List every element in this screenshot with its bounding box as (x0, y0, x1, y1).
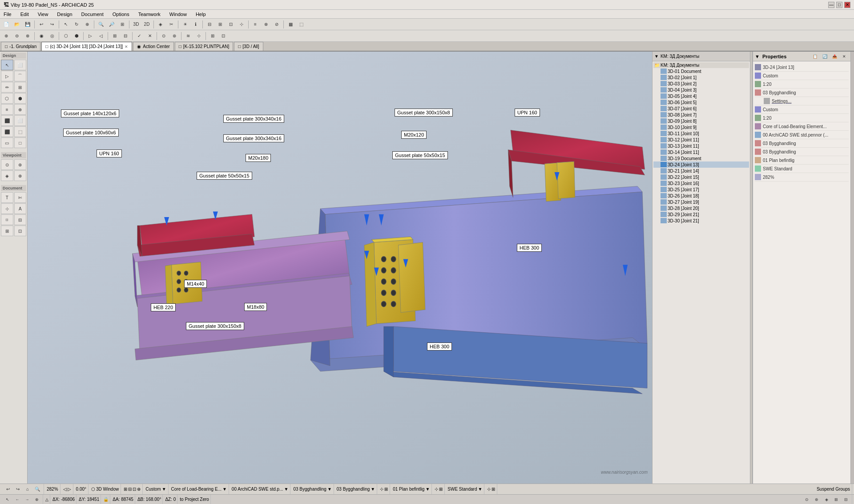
swe-dropdown[interactable]: ▼ (478, 487, 482, 492)
fit-button[interactable]: ⊞ (117, 20, 127, 29)
tb2-btn-17[interactable]: ⊹ (194, 31, 204, 41)
tab-grundplan[interactable]: □ -1. Grundplan (1, 42, 40, 51)
lt-beam-tool[interactable]: ⬚ (14, 126, 27, 137)
status-search-button[interactable]: 🔍 (33, 485, 41, 493)
lt-walk-tool[interactable]: ◈ (1, 170, 13, 181)
zoom-in-button[interactable]: 🔍 (96, 20, 106, 29)
tb-btn-4[interactable]: ⊹ (237, 20, 246, 29)
tb2-btn-19[interactable]: ⊡ (218, 31, 228, 41)
tree-item-3d-09[interactable]: 3D-09 [Joint 8] (653, 118, 749, 124)
menu-file[interactable]: File (2, 12, 13, 17)
undo-button[interactable]: ↩ (36, 20, 46, 29)
prop-row-settings[interactable]: Settings... (755, 97, 849, 105)
lt-select-tool[interactable]: ↖ (1, 60, 13, 70)
tb-btn-6[interactable]: ⊗ (261, 20, 271, 29)
tb2-btn-15[interactable]: ⊛ (169, 31, 179, 41)
tb-btn-9[interactable]: ⬚ (296, 20, 306, 29)
lt-annotation-tool[interactable]: A (14, 203, 27, 214)
panel-scrollbar[interactable] (850, 52, 854, 484)
tb2-btn-10[interactable]: ⊞ (110, 31, 120, 41)
tb2-btn-6[interactable]: ⬡ (61, 31, 71, 41)
status-plan[interactable]: 01 Plan befintlig ▼ (391, 484, 432, 494)
tab-action-center[interactable]: ◉ Action Center (133, 42, 174, 51)
tree-item-3d-10[interactable]: 3D-10 [Joint 9] (653, 124, 749, 130)
tb-btn-3[interactable]: ⊡ (226, 20, 236, 29)
tree-item-3d-02[interactable]: 3D-02 [Joint 1] (653, 74, 749, 81)
tb2-btn-16[interactable]: ≋ (183, 31, 193, 41)
tree-item-3d-30[interactable]: 3D-30 [Joint 21] (653, 218, 749, 224)
lt-label-tool[interactable]: ⊹ (1, 203, 13, 214)
tree-item-3d-25[interactable]: 3D-25 [Joint 17] (653, 186, 749, 193)
render-button[interactable]: ◈ (156, 20, 165, 29)
lt-polygon-tool[interactable]: ⬡ (1, 93, 13, 104)
right-tool5[interactable]: ⊟ (842, 496, 850, 504)
tree-item-3d-12[interactable]: 3D-12 [Joint 11] (653, 137, 749, 143)
lt-pen-tool[interactable]: ✏ (1, 82, 13, 93)
tb-btn-2[interactable]: ⊞ (215, 20, 225, 29)
tree-item-3d-19[interactable]: 3D-19 Document (653, 155, 749, 161)
props-btn-4[interactable]: ✕ (840, 52, 848, 60)
lt-slab-tool[interactable]: ⬜ (14, 115, 27, 126)
status-archicad[interactable]: 00 ArchiCAD SWE std.p... ▼ (230, 484, 291, 494)
tb2-btn-9[interactable]: ◁ (96, 31, 106, 41)
lt-text-tool[interactable]: T (1, 192, 13, 203)
menu-design[interactable]: Design (55, 12, 74, 17)
tree-item-3d-11[interactable]: 3D-11 [Joint 10] (653, 130, 749, 137)
status-custom[interactable]: Custom ▼ (144, 484, 168, 494)
lt-figure-tool[interactable]: ⊡ (14, 226, 27, 236)
project-tree[interactable]: 📁 KM: 3Д Документы 3D-01 Document3D-02 [… (653, 61, 750, 484)
right-tool1[interactable]: ⊙ (803, 496, 811, 504)
tb-btn-5[interactable]: ≡ (250, 20, 260, 29)
right-tool2[interactable]: ⊛ (813, 496, 821, 504)
tb2-btn-1[interactable]: ⊕ (1, 31, 11, 41)
lt-grid-tool[interactable]: ⊞ (14, 82, 27, 93)
tb2-btn-7[interactable]: ⬢ (72, 31, 81, 41)
coords-btn2[interactable]: ← (13, 496, 21, 504)
coords-btn1[interactable]: ↖ (4, 496, 12, 504)
tb2-btn-2[interactable]: ⊖ (12, 31, 22, 41)
lt-crosshair-tool[interactable]: ⊕ (14, 104, 27, 115)
tree-item-3d-22[interactable]: 3D-22 [Joint 15] (653, 174, 749, 180)
status-back-button[interactable]: ↩ (4, 485, 12, 493)
tree-item-3d-27[interactable]: 3D-27 [Joint 19] (653, 199, 749, 205)
tree-item-3d-01[interactable]: 3D-01 Document (653, 68, 749, 74)
props-btn-1[interactable]: 📋 (811, 52, 819, 60)
lt-detail-tool[interactable]: ⊟ (14, 214, 27, 225)
tree-item-3d-21[interactable]: 3D-21 [Joint 14] (653, 168, 749, 174)
tree-item-3d-03[interactable]: 3D-03 [Joint 2] (653, 81, 749, 87)
tb-btn-8[interactable]: ▦ (286, 20, 295, 29)
tree-item-3d-28[interactable]: 3D-28 [Joint 20] (653, 205, 749, 211)
lt-arc-tool[interactable]: ⌒ (14, 71, 27, 81)
save-button[interactable]: 💾 (23, 20, 32, 29)
viewport[interactable]: Gusset plate 140x120x6 Gusset plate 100x… (28, 52, 652, 484)
tb-btn-1[interactable]: ⊟ (205, 20, 214, 29)
close-button[interactable]: ✕ (844, 2, 850, 8)
2d-button[interactable]: 2D (142, 20, 152, 29)
3d-button[interactable]: 3D (131, 20, 141, 29)
custom-dropdown[interactable]: ▼ (162, 487, 166, 492)
tree-item-3d-06[interactable]: 3D-06 [Joint 5] (653, 99, 749, 105)
redo-button[interactable]: ↪ (47, 20, 57, 29)
info-button[interactable]: ℹ (191, 20, 201, 29)
bygg1-dropdown[interactable]: ▼ (327, 487, 332, 492)
tree-item-3d-29[interactable]: 3D-29 [Joint 21] (653, 211, 749, 218)
props-collapse-icon[interactable]: ▼ (755, 54, 760, 59)
section-button[interactable]: ✂ (166, 20, 176, 29)
tree-item-3d-07[interactable]: 3D-07 [Joint 6] (653, 105, 749, 112)
tree-item-3d-14[interactable]: 3D-14 [Joint 11] (653, 149, 749, 155)
new-button[interactable]: 📄 (1, 20, 11, 29)
lt-orbit-tool[interactable]: ⊛ (14, 159, 27, 170)
status-home-button[interactable]: ⌂ (24, 485, 32, 493)
tb2-btn-8[interactable]: ▷ (85, 31, 95, 41)
tb2-btn-14[interactable]: ⊙ (159, 31, 169, 41)
tab-joint13[interactable]: □ (c) 3D-24 [Joint 13] [3D-24 [Joint 13]… (41, 42, 132, 51)
lt-fill-tool[interactable]: ⬢ (14, 93, 27, 104)
tree-item-3d-23[interactable]: 3D-23 [Joint 16] (653, 180, 749, 186)
open-button[interactable]: 📂 (12, 20, 22, 29)
lt-hatch-tool[interactable]: ≡ (1, 104, 13, 115)
tb-btn-7[interactable]: ⊘ (272, 20, 282, 29)
tree-item-3d-24[interactable]: 3D-24 [Joint 13] (653, 161, 749, 168)
props-btn-3[interactable]: 📤 (830, 52, 838, 60)
maximize-button[interactable]: □ (836, 2, 842, 8)
menu-window[interactable]: Window (168, 12, 189, 17)
